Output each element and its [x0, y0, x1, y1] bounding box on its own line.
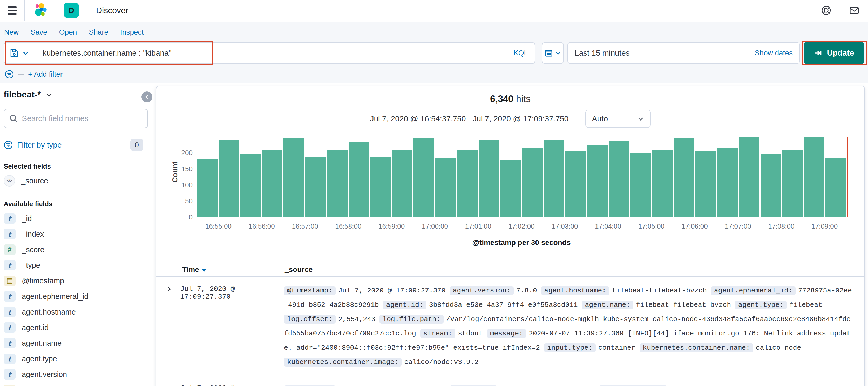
- field-search-input[interactable]: [22, 114, 142, 123]
- histogram-bar[interactable]: [609, 141, 629, 217]
- histogram-bar[interactable]: [478, 140, 499, 217]
- histogram-bar[interactable]: [587, 145, 608, 217]
- field-item-_type[interactable]: t_type: [4, 258, 148, 273]
- saved-query-menu-button[interactable]: [4, 42, 35, 63]
- field-key-badge: message:: [487, 329, 526, 338]
- field-item-agent.ephemeral_id[interactable]: tagent.ephemeral_id: [4, 289, 148, 304]
- histogram-bar[interactable]: [457, 150, 477, 217]
- histogram-bars: [197, 137, 846, 217]
- query-input[interactable]: kubernetes.container.name : "kibana": [35, 42, 507, 63]
- histogram-bar[interactable]: [370, 157, 391, 217]
- histogram-bar[interactable]: [652, 150, 673, 217]
- histogram-bar[interactable]: [327, 150, 347, 217]
- field-item-_id[interactable]: t_id: [4, 211, 148, 226]
- histogram-bar[interactable]: [435, 158, 456, 217]
- doc-source: @timestamp:Jul 7, 2020 @ 17:09:27.245hos…: [284, 383, 854, 386]
- histogram-bar[interactable]: [522, 148, 543, 217]
- histogram-bar[interactable]: [349, 142, 369, 217]
- time-range-value[interactable]: Last 15 minutes: [575, 49, 630, 57]
- field-label: agent.name: [22, 339, 62, 348]
- string-type-icon: t: [4, 307, 16, 317]
- chevron-right-icon: [165, 286, 173, 293]
- query-language-button[interactable]: KQL: [507, 42, 535, 63]
- field-item-agent.hostname[interactable]: tagent.hostname: [4, 304, 148, 320]
- histogram-bar[interactable]: [283, 138, 304, 217]
- histogram-bar[interactable]: [804, 137, 825, 217]
- collapse-sidebar-button[interactable]: [142, 91, 152, 102]
- help-button[interactable]: [812, 0, 840, 21]
- filter-icon: [4, 140, 13, 150]
- field-value: 7.8.0: [516, 287, 537, 295]
- histogram-bar[interactable]: [240, 154, 261, 217]
- string-type-icon: t: [4, 338, 16, 348]
- x-tick-label: 16:59:00: [378, 222, 405, 230]
- histogram-bar[interactable]: [761, 154, 781, 217]
- field-value: filebeat-filebeat-bvzch: [612, 287, 707, 295]
- field-item-@timestamp[interactable]: @timestamp: [4, 273, 148, 289]
- column-header-source: _source: [285, 265, 312, 274]
- field-key-badge: input.type:: [544, 344, 596, 352]
- menu-item-share[interactable]: Share: [89, 28, 108, 36]
- y-axis-ticks: 050100150200: [156, 137, 193, 217]
- filter-by-type-button[interactable]: Filter by type: [17, 141, 126, 149]
- histogram-bar[interactable]: [739, 137, 760, 217]
- field-item-agent.type[interactable]: tagent.type: [4, 351, 148, 366]
- field-item-agent.name[interactable]: tagent.name: [4, 335, 148, 351]
- menu-item-open[interactable]: Open: [59, 28, 77, 36]
- column-header-time[interactable]: Time: [182, 265, 206, 274]
- calendar-icon: [545, 49, 553, 57]
- expand-row-button[interactable]: [165, 383, 180, 386]
- field-key-badge: agent.version:: [450, 286, 514, 295]
- histogram-bar[interactable]: [826, 158, 846, 217]
- time-range-control[interactable]: Last 15 minutes Show dates: [567, 42, 800, 64]
- show-dates-button[interactable]: Show dates: [755, 49, 793, 57]
- histogram-bar[interactable]: [305, 157, 326, 217]
- field-item-agent.id[interactable]: tagent.id: [4, 320, 148, 335]
- histogram-bar[interactable]: [413, 138, 434, 217]
- string-type-icon: t: [4, 260, 16, 270]
- expand-row-button[interactable]: [165, 284, 180, 369]
- histogram-chart: Count 050100150200 16:55:0016:56:0016:57…: [156, 137, 864, 251]
- menu-item-save[interactable]: Save: [31, 28, 47, 36]
- histogram-bar[interactable]: [717, 148, 738, 217]
- main-menu-button[interactable]: [0, 0, 25, 21]
- histogram-bar[interactable]: [392, 150, 413, 217]
- y-axis-line: [196, 137, 196, 218]
- field-label: _index: [22, 230, 44, 238]
- x-axis-title: @timestamp per 30 seconds: [197, 238, 846, 247]
- newsfeed-button[interactable]: [840, 0, 868, 21]
- hits-line: 6,340 hits: [156, 93, 864, 105]
- histogram-bar[interactable]: [544, 140, 564, 217]
- histogram-bar[interactable]: [565, 151, 586, 217]
- histogram-bar[interactable]: [695, 151, 716, 217]
- filter-count-badge: 0: [130, 139, 143, 151]
- histogram-bar[interactable]: [674, 138, 694, 217]
- y-tick-label: 200: [181, 149, 193, 157]
- field-item-_score[interactable]: #_score: [4, 242, 148, 258]
- date-picker-calendar-button[interactable]: [542, 42, 564, 64]
- add-filter-button[interactable]: + Add filter: [28, 70, 63, 79]
- app-badge[interactable]: D: [56, 0, 87, 21]
- doc-source: @timestamp:Jul 7, 2020 @ 17:09:27.370age…: [284, 284, 854, 369]
- histogram-bar[interactable]: [219, 140, 239, 217]
- histogram-bar[interactable]: [630, 153, 651, 217]
- field-item-_source[interactable]: </>_source: [4, 173, 148, 188]
- toolbar-zone: NewSaveOpenShareInspect kubernetes.conta…: [0, 22, 868, 83]
- index-pattern-switcher[interactable]: filebeat-*: [4, 89, 148, 99]
- histogram-bar[interactable]: [197, 159, 218, 217]
- time-column-label: Time: [182, 265, 199, 274]
- field-item-agent.version[interactable]: tagent.version: [4, 366, 148, 382]
- field-item-aws.cloudtrail.user_identity.s...[interactable]: aws.cloudtrail.user_identity.s...: [4, 382, 148, 386]
- update-button[interactable]: Update: [804, 42, 864, 64]
- histogram-bar[interactable]: [500, 160, 521, 217]
- help-lifebuoy-icon: [820, 4, 832, 17]
- histogram-bar[interactable]: [782, 150, 803, 217]
- elastic-logo-button[interactable]: [25, 0, 56, 21]
- interval-select[interactable]: Auto: [585, 110, 651, 128]
- field-item-_index[interactable]: t_index: [4, 226, 148, 242]
- x-tick-label: 16:58:00: [335, 222, 361, 230]
- field-label: _score: [22, 245, 44, 254]
- menu-item-new[interactable]: New: [4, 28, 19, 36]
- menu-item-inspect[interactable]: Inspect: [120, 28, 144, 36]
- histogram-bar[interactable]: [262, 150, 283, 217]
